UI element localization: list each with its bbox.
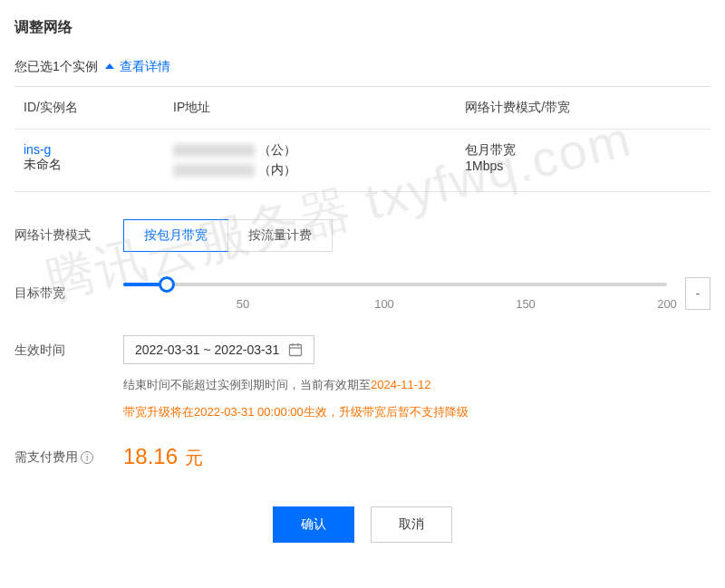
triangle-up-icon [105,63,114,69]
info-icon[interactable]: i [81,451,93,464]
table-row: ins-g 未命名 （公） （内） 包月带宽 1Mbps [14,130,710,192]
selection-count: 您已选1个实例 [14,59,98,73]
billing-mode-value: 包月带宽 [465,142,701,159]
cost-label: 需支付费用i [14,449,123,466]
expiry-date: 2024-11-12 [371,378,431,391]
selection-info: 您已选1个实例 查看详情 [14,59,710,75]
view-details-link[interactable]: 查看详情 [120,59,170,73]
tick-150: 150 [516,297,536,311]
public-ip-blurred [173,144,255,157]
price-unit: 元 [185,448,203,468]
bandwidth-slider[interactable]: 50 100 150 200 [123,275,667,312]
public-ip-row: （公） [173,142,447,159]
billing-mode-toggle: 按包月带宽 按流量计费 [123,219,333,252]
expiry-hint: 结束时间不能超过实例到期时间，当前有效期至2024-11-12 [123,377,710,393]
bandwidth-decrement[interactable]: - [685,277,710,310]
billing-mode-label: 网络计费模式 [14,227,123,244]
tick-50: 50 [237,297,249,311]
action-buttons: 确认 取消 [14,506,710,543]
private-ip-suffix: （内） [258,162,296,177]
cost-row: 需支付费用i 18.16 元 [14,444,710,470]
tick-100: 100 [374,297,394,311]
billing-option-traffic[interactable]: 按流量计费 [227,220,332,251]
page-title: 调整网络 [14,18,710,37]
bandwidth-value: 1Mbps [465,159,701,173]
confirm-button[interactable]: 确认 [273,506,354,543]
target-bw-label: 目标带宽 [14,285,123,302]
upgrade-warning: 带宽升级将在2022-03-31 00:00:00生效，升级带宽后暂不支持降级 [123,404,710,420]
header-id: ID/实例名 [14,87,164,130]
svg-rect-0 [290,345,302,356]
billing-mode-row: 网络计费模式 按包月带宽 按流量计费 [14,219,710,252]
target-bandwidth-row: 目标带宽 50 100 150 200 - [14,275,710,312]
slider-thumb[interactable] [159,276,175,293]
instance-table: ID/实例名 IP地址 网络计费模式/带宽 ins-g 未命名 （公） （内） [14,86,710,192]
effective-time-row: 生效时间 2022-03-31 ~ 2022-03-31 结束时间不能超过实例到… [14,335,710,420]
tick-200: 200 [657,297,677,311]
billing-option-monthly[interactable]: 按包月带宽 [123,219,228,252]
date-range-value: 2022-03-31 ~ 2022-03-31 [135,342,279,357]
calendar-icon [288,342,303,357]
header-billing: 网络计费模式/带宽 [456,87,710,130]
price-value: 18.16 [123,444,178,468]
private-ip-blurred [173,164,255,177]
cancel-button[interactable]: 取消 [371,506,452,543]
header-ip: IP地址 [164,87,456,130]
instance-name: 未命名 [24,157,155,173]
effective-time-label: 生效时间 [14,335,123,359]
public-ip-suffix: （公） [258,142,296,157]
date-range-picker[interactable]: 2022-03-31 ~ 2022-03-31 [123,335,314,364]
instance-id[interactable]: ins-g [24,142,155,157]
private-ip-row: （内） [173,162,447,178]
